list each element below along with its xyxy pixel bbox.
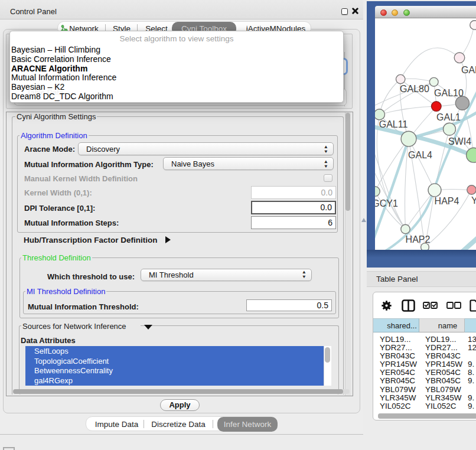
svg-text:GAL10: GAL10 xyxy=(434,88,464,98)
svg-text:SWI4: SWI4 xyxy=(448,136,471,146)
svg-text:GAL80: GAL80 xyxy=(400,84,429,94)
svg-text:GCY1: GCY1 xyxy=(375,198,398,208)
svg-text:HAP4: HAP4 xyxy=(435,196,459,206)
svg-text:HAP2: HAP2 xyxy=(406,234,431,244)
svg-text:YJ: YJ xyxy=(471,195,476,206)
svg-text:GAL11: GAL11 xyxy=(379,119,408,129)
svg-text:GAL4: GAL4 xyxy=(408,150,432,160)
svg-text:GAL1: GAL1 xyxy=(436,112,461,122)
svg-text:GAL7: GAL7 xyxy=(461,65,476,75)
